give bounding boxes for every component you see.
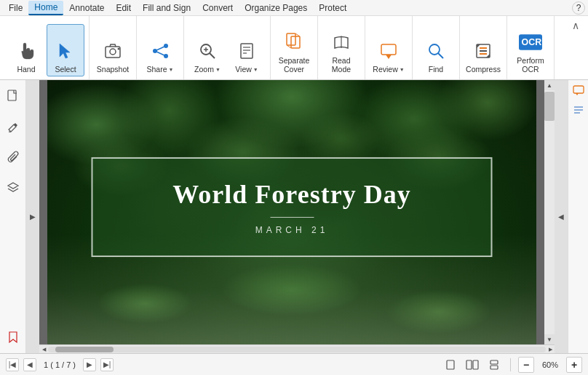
snapshot-label: Snapshot	[97, 65, 129, 74]
compress-label: Compress	[466, 65, 501, 74]
svg-marker-0	[60, 44, 70, 58]
select-button[interactable]: Select	[47, 24, 84, 76]
page-info: 1 ( 1 / 7 )	[41, 360, 79, 369]
find-button[interactable]: Find	[417, 24, 455, 76]
comment-panel-icon[interactable]	[571, 83, 587, 99]
separate-cover-icon	[282, 31, 306, 54]
svg-rect-44	[473, 360, 478, 369]
menu-organize[interactable]: Organize Pages	[239, 1, 313, 15]
last-page-button[interactable]: ▶|	[100, 358, 114, 371]
svg-rect-13	[241, 44, 253, 58]
title-divider	[270, 216, 314, 217]
svg-rect-42	[447, 360, 454, 369]
single-page-view-button[interactable]	[442, 357, 459, 373]
left-sidebar	[0, 80, 26, 353]
svg-rect-45	[490, 360, 498, 364]
scroll-down-button[interactable]: ▼	[544, 334, 555, 344]
scroll-left-button[interactable]: ▶	[26, 80, 39, 353]
scroll-view-button[interactable]	[485, 357, 503, 373]
vertical-scrollbar: ▲ ▼	[544, 80, 555, 344]
svg-line-7	[155, 46, 166, 51]
menu-annotate[interactable]: Annotate	[63, 1, 110, 15]
ribbon-group-review: Review ▼	[365, 16, 413, 79]
status-divider	[510, 358, 511, 371]
document-title: World Forestry Day	[172, 178, 410, 209]
right-sidebar	[568, 80, 588, 353]
svg-rect-46	[490, 366, 498, 369]
read-mode-button[interactable]: ReadMode	[322, 24, 360, 76]
document-subtitle: MARCH 21	[255, 224, 329, 234]
review-button[interactable]: Review ▼	[370, 24, 408, 76]
scroll-right-button[interactable]: ◀	[555, 80, 568, 353]
svg-point-2	[110, 49, 116, 55]
find-label: Find	[429, 65, 443, 74]
sidebar-layers-icon[interactable]	[3, 178, 23, 198]
menu-convert[interactable]: Convert	[196, 1, 239, 15]
perform-ocr-button[interactable]: OCR PerformOCR	[512, 24, 549, 76]
ribbon-collapse-button[interactable]: ∧	[569, 19, 582, 32]
main-area: ▶ World Forestry Day MARCH 21	[0, 80, 588, 353]
scroll-up-button[interactable]: ▲	[544, 80, 555, 90]
share-label: Share	[147, 65, 167, 74]
zoom-level-display: 60%	[539, 360, 562, 369]
zoom-in-button[interactable]: +	[566, 357, 582, 373]
svg-point-24	[429, 44, 440, 55]
zoom-button[interactable]: Zoom ▼	[188, 24, 226, 76]
svg-marker-23	[386, 55, 392, 59]
svg-rect-37	[573, 86, 584, 93]
menu-help[interactable]: ?	[572, 1, 585, 15]
hand-label: Hand	[17, 65, 35, 74]
two-page-view-button[interactable]	[464, 357, 481, 373]
read-mode-icon	[330, 31, 353, 54]
menu-fill-sign[interactable]: Fill and Sign	[137, 1, 196, 15]
sidebar-attach-icon[interactable]	[3, 147, 23, 167]
ribbon-group-share: Share ▼	[137, 16, 184, 79]
horiz-track	[48, 347, 546, 352]
document-canvas: World Forestry Day MARCH 21 ▲ ▼	[39, 80, 555, 353]
document-area: ▶ World Forestry Day MARCH 21	[26, 80, 568, 353]
ribbon: Hand Select Snapshot Share ▼	[0, 16, 588, 80]
ribbon-group-find: Find	[413, 16, 460, 79]
review-arrow: ▼	[400, 67, 405, 72]
svg-line-25	[438, 53, 443, 58]
prev-page-button[interactable]: ◀	[23, 358, 36, 371]
compress-button[interactable]: Compress	[464, 24, 502, 76]
horiz-thumb[interactable]	[55, 347, 114, 352]
snapshot-icon	[101, 39, 124, 63]
share-button[interactable]: Share ▼	[141, 24, 179, 76]
compress-icon	[472, 39, 495, 63]
select-icon	[54, 39, 77, 63]
scroll-left-h-button[interactable]: ◀	[39, 345, 48, 354]
svg-point-3	[118, 48, 120, 50]
hand-icon	[15, 39, 38, 63]
find-icon	[424, 39, 448, 63]
separate-cover-button[interactable]: SeparateCover	[275, 24, 313, 76]
ribbon-group-ocr: OCR PerformOCR	[507, 16, 555, 79]
menu-edit[interactable]: Edit	[110, 1, 137, 15]
sidebar-bookmark-icon[interactable]	[3, 327, 23, 347]
scroll-thumb[interactable]	[544, 92, 555, 121]
scroll-right-h-button[interactable]: ▶	[546, 345, 555, 354]
svg-rect-34	[8, 90, 16, 100]
separate-cover-label: SeparateCover	[279, 56, 310, 74]
menu-file[interactable]: File	[3, 1, 28, 15]
zoom-label: Zoom	[194, 65, 214, 74]
first-page-button[interactable]: |◀	[6, 358, 19, 371]
svg-line-10	[210, 53, 215, 58]
sidebar-edit-icon[interactable]	[3, 117, 23, 137]
menu-protect[interactable]: Protect	[313, 1, 352, 15]
svg-marker-38	[576, 93, 579, 95]
share-arrow: ▼	[169, 67, 174, 72]
hand-button[interactable]: Hand	[7, 24, 45, 76]
svg-marker-36	[8, 183, 18, 189]
sidebar-new-icon[interactable]	[3, 86, 23, 106]
ribbon-group-compress: Compress	[460, 16, 507, 79]
menu-home[interactable]: Home	[28, 1, 63, 15]
next-page-button[interactable]: ▶	[83, 358, 96, 371]
zoom-out-button[interactable]: −	[518, 357, 534, 373]
snapshot-button[interactable]: Snapshot	[94, 24, 132, 76]
ribbon-group-snapshot: Snapshot	[90, 16, 137, 79]
pages-panel-icon[interactable]	[571, 102, 587, 118]
view-button[interactable]: View ▼	[228, 24, 266, 76]
status-bar: |◀ ◀ 1 ( 1 / 7 ) ▶ ▶| − 60% +	[0, 353, 588, 375]
